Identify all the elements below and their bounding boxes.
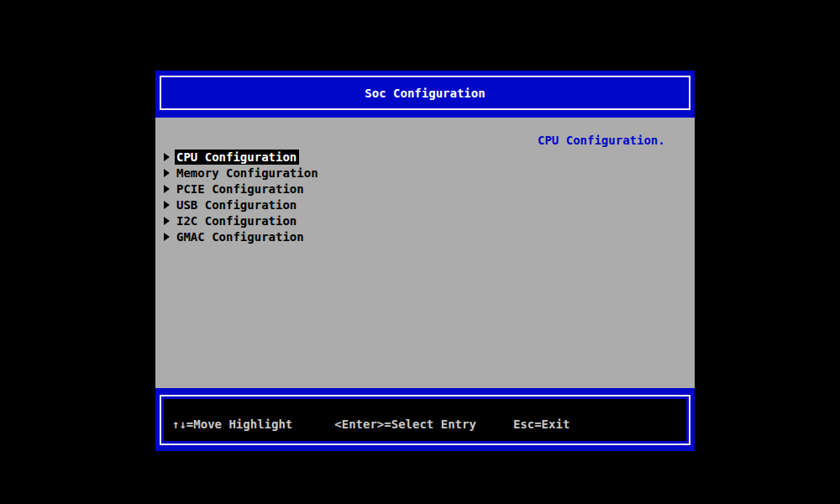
menu-item-cpu-configuration[interactable]: CPU Configuration [155, 149, 695, 165]
key-hint-border: ↑↓=Move Highlight <Enter>=Select Entry E… [160, 395, 690, 445]
submenu-arrow-icon [164, 201, 170, 209]
menu-item-usb-configuration[interactable]: USB Configuration [155, 197, 695, 213]
menu-item-i2c-configuration[interactable]: I2C Configuration [155, 213, 695, 228]
menu-item-pcie-configuration[interactable]: PCIE Configuration [155, 181, 695, 197]
submenu-list: CPU Configuration Memory Configuration P… [155, 149, 695, 244]
bios-window: Soc Configuration CPU Configuration Memo… [155, 71, 695, 451]
form-body: CPU Configuration Memory Configuration P… [155, 118, 695, 388]
item-help-text: CPU Configuration. [538, 134, 665, 147]
key-hint-panel: ↑↓=Move Highlight <Enter>=Select Entry E… [164, 399, 686, 441]
hint-select-entry: <Enter>=Select Entry [334, 417, 476, 431]
submenu-arrow-icon [164, 217, 170, 225]
submenu-arrow-icon [164, 185, 170, 193]
menu-item-label: Memory Configuration [175, 165, 321, 181]
menu-item-label: I2C Configuration [175, 213, 299, 228]
title-bar: Soc Configuration [155, 71, 695, 118]
hint-move-highlight: ↑↓=Move Highlight [172, 417, 292, 431]
submenu-arrow-icon [164, 233, 170, 241]
title-box: Soc Configuration [160, 76, 690, 110]
menu-item-label: GMAC Configuration [175, 229, 307, 244]
submenu-arrow-icon [164, 153, 170, 161]
bios-screen: Soc Configuration CPU Configuration Memo… [0, 0, 840, 504]
menu-item-label: CPU Configuration [175, 150, 299, 165]
menu-item-label: USB Configuration [175, 197, 299, 213]
menu-item-memory-configuration[interactable]: Memory Configuration [155, 165, 695, 181]
menu-item-gmac-configuration[interactable]: GMAC Configuration [155, 228, 695, 244]
page-title: Soc Configuration [365, 87, 485, 100]
key-hint-bar: ↑↓=Move Highlight <Enter>=Select Entry E… [155, 388, 695, 451]
submenu-arrow-icon [164, 169, 170, 177]
hint-esc-exit: Esc=Exit [513, 417, 570, 431]
menu-item-label: PCIE Configuration [175, 181, 307, 197]
